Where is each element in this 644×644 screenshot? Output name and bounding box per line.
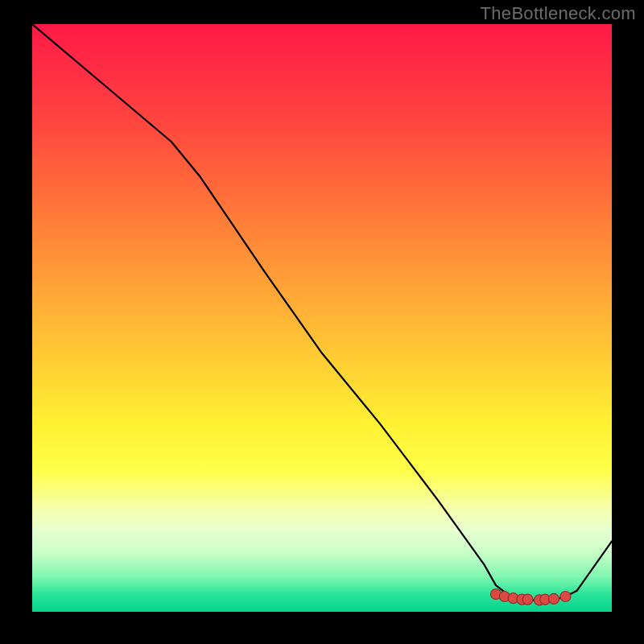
- chart-svg: [32, 24, 612, 612]
- bottleneck-curve: [32, 24, 612, 600]
- marker-cluster: [491, 589, 571, 605]
- plot-area: [32, 24, 612, 612]
- data-point-marker: [549, 593, 559, 604]
- chart-frame: TheBottleneck.com: [0, 0, 644, 644]
- data-point-marker: [560, 592, 571, 602]
- data-point-marker: [522, 594, 533, 605]
- watermark-label: TheBottleneck.com: [481, 3, 636, 24]
